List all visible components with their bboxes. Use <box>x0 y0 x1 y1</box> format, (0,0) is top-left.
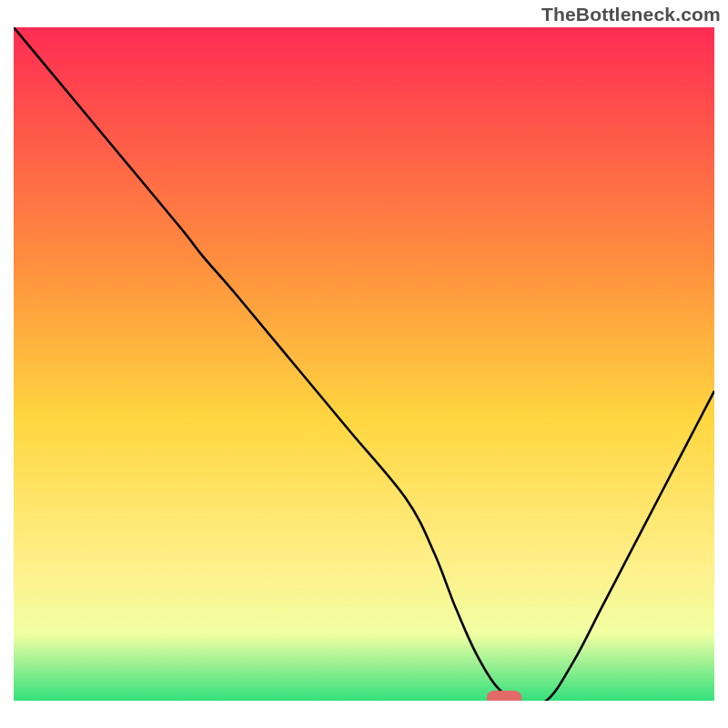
chart-svg <box>0 0 728 728</box>
gradient-background <box>14 27 714 701</box>
minimum-marker <box>487 691 522 705</box>
watermark-text: TheBottleneck.com <box>541 4 721 25</box>
bottleneck-chart: TheBottleneck.com <box>0 0 728 728</box>
